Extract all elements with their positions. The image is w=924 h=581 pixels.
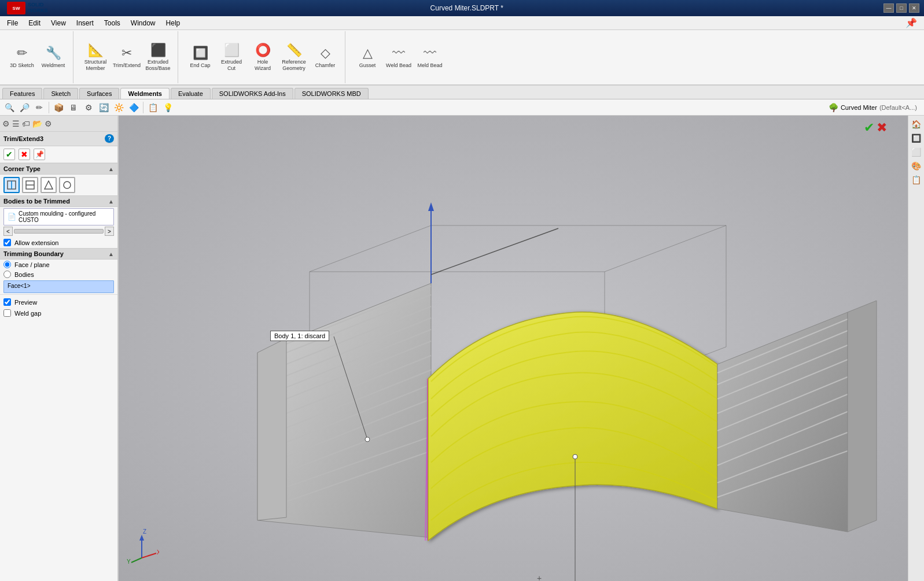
svg-point-5: [64, 182, 71, 188]
panel-icon[interactable]: 📋: [146, 101, 160, 114]
hierarchy-icon[interactable]: 📂: [32, 119, 42, 128]
zoom-icon[interactable]: 🔎: [17, 101, 31, 114]
menu-file[interactable]: File: [2, 17, 23, 29]
list2-icon[interactable]: 📋: [910, 173, 923, 186]
ok-button[interactable]: ✔: [3, 149, 15, 160]
tab-sketch[interactable]: Sketch: [43, 88, 78, 99]
tag-icon[interactable]: 🏷: [22, 119, 30, 128]
cancel-cross[interactable]: ✖: [877, 120, 887, 135]
scroll-right-button[interactable]: >: [105, 227, 114, 236]
toolbar-end-cap[interactable]: 🔲 End Cap: [185, 32, 215, 82]
minimize-button[interactable]: —: [883, 3, 894, 13]
weld-gap-label[interactable]: Weld gap: [14, 310, 41, 317]
tab-weldments[interactable]: Weldments: [120, 88, 169, 99]
bodies-section: Bodies to be Trimmed ▲ 📄 Custom moulding…: [0, 195, 117, 248]
pin-icon[interactable]: 📌: [905, 17, 922, 28]
brightness-icon[interactable]: 🔆: [112, 101, 126, 114]
right-panel: 🏠 🔲 ⬜ 🎨 📋: [908, 116, 924, 581]
color-icon[interactable]: 🎨: [910, 160, 923, 172]
bodies-label: Bodies to be Trimmed: [3, 198, 70, 205]
allow-extension-label[interactable]: Allow extension: [14, 239, 58, 246]
toolbar-3d-sketch[interactable]: ✏ 3D Sketch: [7, 32, 37, 82]
feature-icon[interactable]: ⚙: [2, 119, 10, 128]
scroll-track[interactable]: [14, 229, 104, 234]
search-icon[interactable]: 🔍: [2, 101, 16, 114]
face-plane-row: Face / plane: [0, 260, 117, 269]
trimming-boundary-header[interactable]: Trimming Boundary ▲: [0, 248, 117, 260]
toolbar-hole-wizard[interactable]: ⭕ Hole Wizard: [248, 32, 278, 82]
tab-features[interactable]: Features: [2, 88, 42, 99]
help-button[interactable]: ?: [105, 134, 114, 143]
maximize-button[interactable]: □: [896, 3, 907, 13]
corner-btn-4[interactable]: [59, 177, 75, 193]
toolbar-weldment[interactable]: 🔧 Weldment: [38, 32, 68, 82]
light-icon[interactable]: 💡: [161, 101, 175, 114]
toolbar-reference-geometry[interactable]: 📏 Reference Geometry: [279, 32, 309, 82]
svg-text:Y: Y: [127, 558, 131, 564]
preview-label[interactable]: Preview: [14, 299, 37, 306]
settings-icon[interactable]: ⚙: [82, 101, 95, 114]
menubar: File Edit View Insert Tools Window Help …: [0, 16, 924, 30]
close-button[interactable]: ✕: [909, 3, 919, 13]
toolbar-extruded-cut[interactable]: ⬜ Extruded Cut: [216, 32, 246, 82]
list-icon[interactable]: ☰: [12, 119, 20, 128]
face-input-box[interactable]: Face<1>: [3, 280, 114, 293]
gear2-icon[interactable]: ⚙: [45, 119, 52, 128]
toolbar-gusset[interactable]: △ Gusset: [352, 32, 382, 82]
toolbar-weld-bead[interactable]: 〰 Weld Bead: [384, 32, 414, 82]
face-plane-label[interactable]: Face / plane: [14, 261, 50, 268]
menu-insert[interactable]: Insert: [72, 17, 98, 29]
menu-view[interactable]: View: [46, 17, 71, 29]
corner-btn-1[interactable]: [3, 177, 20, 193]
layer-icon[interactable]: 🔲: [910, 132, 923, 145]
corner-type-header[interactable]: Corner Type ▲: [0, 163, 117, 175]
tab-surfaces[interactable]: Surfaces: [79, 88, 119, 99]
edit-icon[interactable]: ✏: [32, 101, 46, 114]
face-plane-radio[interactable]: [3, 261, 11, 268]
toolbar-extruded-boss-base[interactable]: ⬛ Extruded Boss/Base: [143, 32, 173, 82]
menu-edit[interactable]: Edit: [24, 17, 45, 29]
window-controls[interactable]: — □ ✕: [883, 3, 919, 13]
display-icon[interactable]: 🖥: [67, 101, 80, 114]
body-list-item[interactable]: 📄 Custom moulding - configured CUSTO: [3, 208, 114, 225]
home-icon[interactable]: 🏠: [910, 118, 923, 131]
bodies-radio[interactable]: [3, 271, 11, 278]
tab-mbd[interactable]: SOLIDWORKS MBD: [294, 88, 369, 99]
trimming-boundary-label: Trimming Boundary: [3, 250, 64, 257]
corner-btn-3[interactable]: [41, 177, 57, 193]
menu-tools[interactable]: Tools: [100, 17, 125, 29]
extruded-cut-icon: ⬜: [224, 43, 240, 58]
toolbar-trim-extend[interactable]: ✂ Trim/Extend: [112, 32, 142, 82]
preview-checkbox[interactable]: [3, 298, 11, 306]
scroll-left-button[interactable]: <: [3, 227, 13, 236]
shape-icon[interactable]: 🔷: [127, 101, 141, 114]
preview-row: Preview: [0, 294, 117, 308]
separator: [49, 102, 49, 113]
svg-text:Z: Z: [143, 529, 146, 535]
viewport[interactable]: Body 1, 1: discard Body 1, 2: keep + Z X…: [119, 116, 908, 581]
tabs-row: Features Sketch Surfaces Weldments Evalu…: [0, 86, 924, 99]
allow-extension-checkbox[interactable]: [3, 239, 11, 246]
toolbar-group-basic: ✏ 3D Sketch 🔧 Weldment: [2, 31, 73, 83]
bookmark-button[interactable]: 📌: [34, 149, 45, 160]
bodies-header[interactable]: Bodies to be Trimmed ▲: [0, 195, 117, 207]
allow-extension-row: Allow extension: [0, 237, 117, 248]
tree-icon: 🌳: [829, 103, 838, 112]
toolbar-group-structural: 📐 Structural Member ✂ Trim/Extend ⬛ Extr…: [76, 31, 178, 83]
cancel-button[interactable]: ✖: [19, 149, 30, 160]
view-icon[interactable]: ⬜: [910, 146, 923, 158]
rotate-icon[interactable]: 🔄: [97, 101, 111, 114]
menu-help[interactable]: Help: [161, 17, 185, 29]
toolbar-chamfer[interactable]: ◇ Chamfer: [310, 32, 340, 82]
weld-gap-checkbox[interactable]: [3, 309, 11, 317]
bodies-radio-label[interactable]: Bodies: [14, 271, 34, 278]
feature-tree-header: ⚙ ☰ 🏷 📂 ⚙: [0, 116, 117, 132]
tab-addins[interactable]: SOLIDWORKS Add-Ins: [212, 88, 293, 99]
toolbar-structural-member[interactable]: 📐 Structural Member: [80, 32, 111, 82]
corner-btn-2[interactable]: [22, 177, 38, 193]
menu-window[interactable]: Window: [126, 17, 160, 29]
tab-evaluate[interactable]: Evaluate: [171, 88, 211, 99]
box-icon[interactable]: 📦: [51, 101, 65, 114]
toolbar-meld-bead[interactable]: 〰 Meld Bead: [415, 32, 445, 82]
ok-checkmark[interactable]: ✔: [864, 120, 874, 135]
